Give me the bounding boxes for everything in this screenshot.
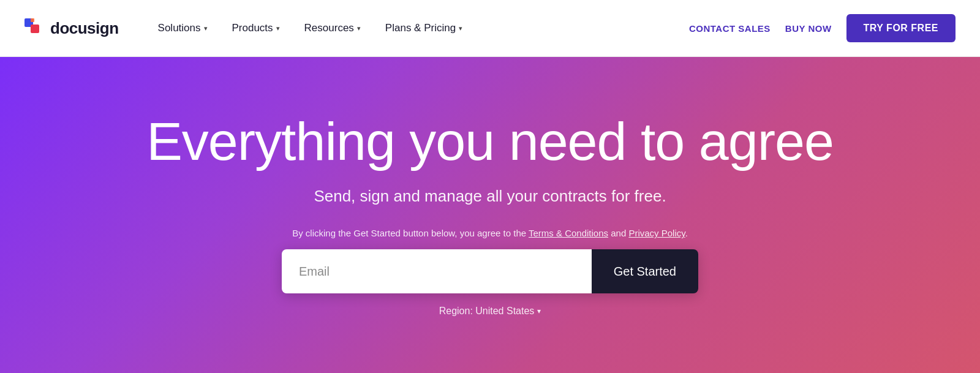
- privacy-policy-link[interactable]: Privacy Policy: [628, 228, 685, 238]
- chevron-down-icon: ▾: [276, 24, 280, 32]
- nav-actions: CONTACT SALES BUY NOW TRY FOR FREE: [689, 14, 956, 42]
- hero-legal-text: By clicking the Get Started button below…: [292, 228, 688, 238]
- hero-section: Everything you need to agree Send, sign …: [0, 57, 980, 373]
- chevron-down-icon: ▾: [537, 307, 541, 315]
- contact-sales-button[interactable]: CONTACT SALES: [689, 23, 771, 34]
- nav-links: Solutions ▾ Products ▾ Resources ▾ Plans…: [148, 17, 689, 39]
- chevron-down-icon: ▾: [459, 24, 462, 32]
- svg-rect-2: [31, 24, 39, 33]
- get-started-button[interactable]: Get Started: [592, 249, 698, 293]
- svg-rect-3: [31, 18, 34, 22]
- region-selector[interactable]: Region: United States ▾: [439, 306, 541, 317]
- navbar: docusign Solutions ▾ Products ▾ Resource…: [0, 0, 980, 57]
- logo-text: docusign: [50, 19, 119, 38]
- nav-item-solutions[interactable]: Solutions ▾: [148, 17, 217, 39]
- nav-item-resources[interactable]: Resources ▾: [295, 17, 371, 39]
- chevron-down-icon: ▾: [357, 24, 361, 32]
- nav-item-products[interactable]: Products ▾: [222, 17, 290, 39]
- logo-link[interactable]: docusign: [24, 18, 119, 38]
- docusign-logo-icon: [24, 18, 44, 38]
- hero-subheadline: Send, sign and manage all your contracts…: [314, 187, 666, 206]
- hero-headline: Everything you need to agree: [146, 113, 834, 170]
- try-for-free-button[interactable]: TRY FOR FREE: [846, 14, 956, 42]
- terms-conditions-link[interactable]: Terms & Conditions: [529, 228, 608, 238]
- email-input[interactable]: [282, 249, 592, 293]
- buy-now-button[interactable]: BUY NOW: [785, 23, 832, 34]
- region-label: Region: United States: [439, 306, 535, 317]
- email-form: Get Started: [282, 249, 698, 293]
- chevron-down-icon: ▾: [204, 24, 208, 32]
- nav-item-plans-pricing[interactable]: Plans & Pricing ▾: [375, 17, 472, 39]
